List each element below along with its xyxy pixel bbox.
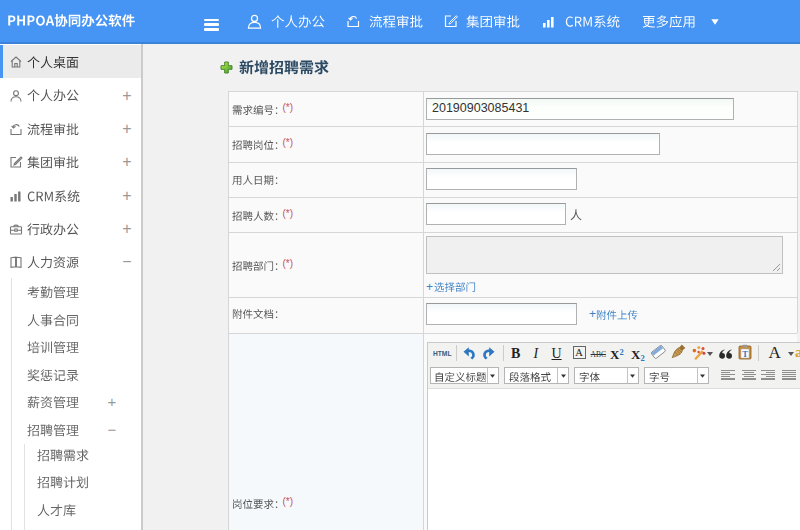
- svg-text:T: T: [742, 348, 748, 358]
